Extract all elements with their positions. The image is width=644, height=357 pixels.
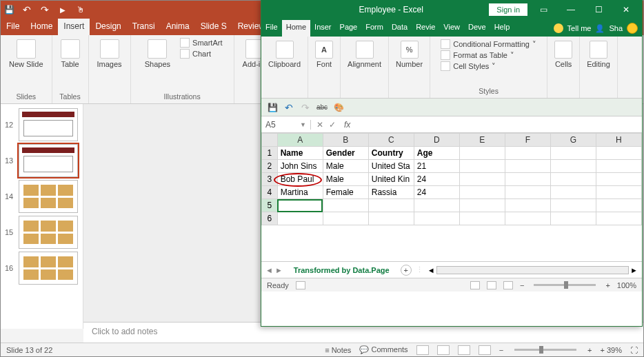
new-slide-button[interactable]: New Slide [6,38,46,70]
view-page-layout-icon[interactable] [487,281,496,289]
cell[interactable]: Rassia [368,186,414,199]
minimize-icon[interactable] [559,3,583,17]
start-slideshow-icon[interactable] [57,4,68,15]
tab-insert[interactable]: Insert [58,19,90,35]
column-header[interactable]: F [505,134,550,147]
cells-button[interactable]: Cells [552,39,575,70]
xl-undo-icon[interactable] [283,102,294,113]
cell[interactable] [459,160,505,173]
xl-save-icon[interactable] [267,102,278,113]
cell[interactable]: Martina [277,186,323,199]
cell[interactable]: John Sins [277,160,323,173]
clipboard-button[interactable]: Clipboard [265,39,303,70]
cell[interactable]: 24 [414,186,459,199]
tab-file[interactable]: File [1,19,25,35]
horizontal-scrollbar[interactable]: ◄ ► [427,266,638,274]
column-header[interactable]: H [596,134,641,147]
cell[interactable]: United Sta [368,160,414,173]
tab-animations[interactable]: Anima [161,19,195,35]
row-header[interactable]: 4 [262,186,278,199]
cell[interactable] [596,173,641,186]
cell[interactable]: Country [368,147,414,160]
scroll-left-icon[interactable]: ◄ [427,266,435,274]
thumb-12[interactable]: 12 [1,107,83,143]
zoom-in[interactable]: + [605,281,610,289]
column-header[interactable]: G [550,134,596,147]
cell[interactable] [459,199,505,212]
cancel-icon[interactable]: ✕ [316,120,323,130]
xl-tab-page[interactable]: Page [336,20,362,37]
cell[interactable]: Gender [323,147,368,160]
column-header[interactable]: A [277,134,323,147]
scroll-right-icon[interactable]: ► [630,266,638,274]
cell[interactable] [368,212,414,225]
cell[interactable] [459,186,505,199]
spreadsheet-grid[interactable]: ABCDEFGH1NameGenderCountryAge2John SinsM… [261,133,642,261]
comments-toggle[interactable]: 💬 Comments [359,345,407,354]
row-header[interactable]: 5 [262,199,278,212]
tab-transitions[interactable]: Transi [127,19,161,35]
cell[interactable] [323,212,368,225]
cell[interactable] [596,199,641,212]
cell[interactable] [505,173,550,186]
cell[interactable] [505,147,550,160]
cell[interactable]: 21 [414,160,459,173]
alignment-button[interactable]: Alignment [345,39,384,70]
column-header[interactable]: C [368,134,414,147]
cell[interactable] [550,212,596,225]
xl-tab-formulas[interactable]: Form [361,20,388,37]
zoom-slider[interactable] [514,349,576,351]
undo-icon[interactable] [21,4,32,15]
view-reading-icon[interactable] [458,345,470,355]
font-button[interactable]: AFont [312,39,336,70]
xl-tab-data[interactable]: Data [388,20,412,37]
shapes-button[interactable]: Shapes [142,38,173,70]
cell[interactable]: Name [277,147,323,160]
xl-tab-developer[interactable]: Deve [464,20,490,37]
enter-icon[interactable]: ✓ [329,120,336,130]
close-icon[interactable] [614,3,638,17]
format-as-table-button[interactable]: Format as Table ˅ [441,50,536,60]
cell[interactable] [550,147,596,160]
cell[interactable]: Male [323,160,368,173]
signin-button[interactable]: Sign in [489,3,527,16]
cell[interactable] [550,173,596,186]
redo-icon[interactable] [39,4,50,15]
cell[interactable] [277,212,323,225]
xl-spellcheck-icon[interactable] [316,102,328,113]
cell[interactable] [550,186,596,199]
cell[interactable]: United Kin [368,173,414,186]
share-label[interactable]: Sha [609,24,623,32]
save-icon[interactable] [3,4,14,15]
xl-redo-icon[interactable] [300,102,311,113]
cell[interactable]: Female [323,186,368,199]
maximize-icon[interactable] [587,3,610,17]
touch-mouse-mode-icon[interactable] [75,4,86,15]
cell[interactable] [550,199,596,212]
view-normal-icon[interactable] [470,281,480,289]
ribbon-display-icon[interactable]: ▭ [532,3,555,17]
new-sheet-button[interactable]: + [401,265,412,276]
thumb-16[interactable]: 16 [1,250,83,286]
notes-toggle[interactable]: ≡ Notes [325,346,351,354]
cell[interactable]: 24 [414,173,459,186]
tellme-label[interactable]: Tell me [567,24,592,32]
cell[interactable] [459,173,505,186]
tab-design[interactable]: Design [90,19,126,35]
cell[interactable] [459,147,505,160]
tellme-icon[interactable] [554,23,563,33]
fx-icon[interactable]: fx [341,120,353,130]
images-button[interactable]: Images [94,38,125,70]
cell[interactable] [596,212,641,225]
table-button[interactable]: Table [58,38,83,70]
tab-slideshow[interactable]: Slide S [195,19,232,35]
xl-zoom-level[interactable]: 100% [617,281,636,289]
cell[interactable] [596,186,641,199]
xl-tab-view[interactable]: View [439,20,464,37]
view-sorter-icon[interactable] [437,345,450,355]
cell-styles-button[interactable]: Cell Styles ˅ [441,61,536,71]
xl-theme-icon[interactable] [333,102,344,113]
conditional-formatting-button[interactable]: Conditional Formatting ˅ [441,39,536,49]
column-header[interactable]: B [323,134,368,147]
fit-to-window[interactable]: ⛶ [630,346,638,354]
